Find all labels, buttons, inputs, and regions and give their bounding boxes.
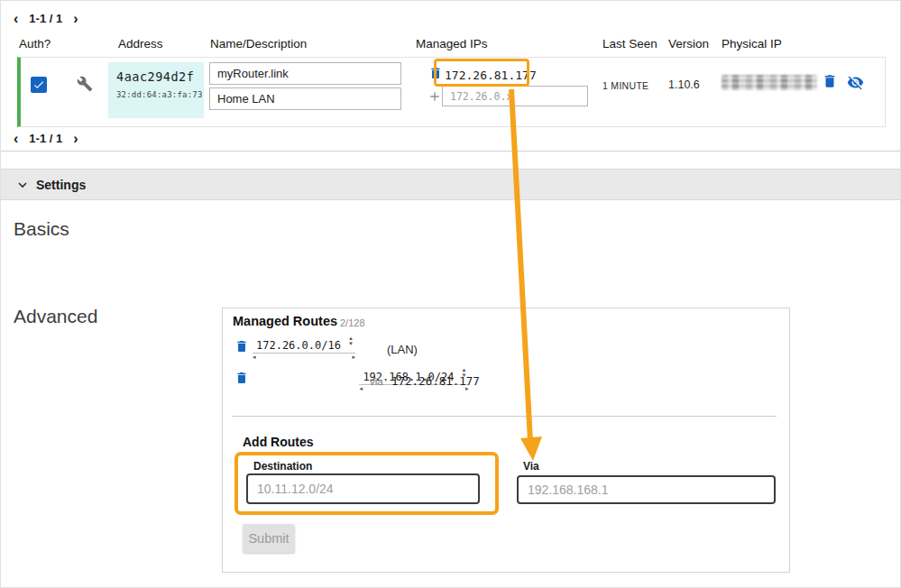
managed-ip-value: 172.26.81.177 xyxy=(445,69,537,82)
delete-route-icon[interactable] xyxy=(234,371,249,385)
pagination-top: ‹ 1-1 / 1 › xyxy=(14,12,78,25)
page-next-button-bottom[interactable]: › xyxy=(73,133,78,145)
route-via-word: via xyxy=(370,376,383,387)
physical-ip-redacted xyxy=(722,75,817,90)
header-physical-ip: Physical IP xyxy=(722,37,782,51)
route-lan-note: (LAN) xyxy=(387,343,418,356)
header-name: Name/Description xyxy=(210,37,307,51)
header-last-seen: Last Seen xyxy=(602,37,657,51)
chevron-down-icon xyxy=(15,178,30,192)
header-version: Version xyxy=(668,37,709,51)
page-next-button[interactable]: › xyxy=(73,13,78,25)
via-input[interactable] xyxy=(517,475,776,504)
basics-section-title: Basics xyxy=(14,218,69,240)
advanced-section-title: Advanced xyxy=(14,306,97,327)
header-managed-ips: Managed IPs xyxy=(416,37,488,51)
member-address: 4aac294d2f xyxy=(116,69,197,84)
managed-routes-count: 2/128 xyxy=(340,317,365,328)
settings-header-label: Settings xyxy=(36,178,86,192)
member-name-input[interactable] xyxy=(209,62,401,85)
version-value: 1.10.6 xyxy=(668,78,700,91)
stepper-updown-icon[interactable]: ▲▼ xyxy=(348,335,354,346)
new-ip-input[interactable] xyxy=(442,86,588,106)
settings-expansion-header[interactable]: Settings xyxy=(1,169,900,200)
member-hwaddr: 32:dd:64:a3:fa:73 xyxy=(116,90,197,99)
delete-member-icon[interactable] xyxy=(822,73,838,89)
member-address-cell: 4aac294d2f 32:dd:64:a3:fa:73 xyxy=(108,62,204,118)
zerotier-network-page: { "colors": { "annotation_orange": "#F5A… xyxy=(0,0,901,588)
delete-route-icon[interactable] xyxy=(234,339,249,354)
header-address: Address xyxy=(118,37,163,51)
destination-input[interactable] xyxy=(246,473,480,504)
route-target-value: 172.26.0.0/16 xyxy=(256,339,341,352)
route-via-value: 172.26.81.177 xyxy=(391,374,480,388)
checkbox-check-icon xyxy=(32,78,45,91)
auth-checkbox[interactable] xyxy=(31,77,47,93)
eye-off-icon[interactable] xyxy=(847,74,864,91)
delete-managed-ip-icon[interactable] xyxy=(428,66,443,80)
last-seen-value: 1 MINUTE xyxy=(602,80,648,91)
stepper-leftright-icon[interactable]: ◂▸ xyxy=(253,353,355,359)
managed-routes-title: Managed Routes xyxy=(233,314,337,328)
divider xyxy=(232,416,777,417)
page-range-label: 1-1 / 1 xyxy=(29,12,62,25)
submit-button[interactable]: Submit xyxy=(243,524,295,553)
via-label: Via xyxy=(523,460,539,473)
wrench-icon[interactable] xyxy=(77,76,93,92)
header-auth: Auth? xyxy=(19,37,51,51)
add-ip-plus-icon[interactable] xyxy=(428,89,442,104)
managed-routes-panel: Managed Routes 2/128 172.26.0.0/16 ▲▼ ◂▸… xyxy=(222,308,790,573)
members-section: ‹ 1-1 / 1 › Auth? Address Name/Descripti… xyxy=(1,1,900,152)
member-row: 4aac294d2f 32:dd:64:a3:fa:73 172.26.81.1… xyxy=(17,57,886,127)
page-prev-button[interactable]: ‹ xyxy=(14,13,18,25)
page-prev-button-bottom[interactable]: ‹ xyxy=(14,133,18,145)
page-range-label-bottom: 1-1 / 1 xyxy=(29,132,62,145)
route-target-stepper[interactable]: 172.26.0.0/16 ▲▼ ◂▸ xyxy=(253,335,355,361)
destination-label: Destination xyxy=(253,460,312,473)
member-description-input[interactable] xyxy=(209,87,401,110)
add-routes-title: Add Routes xyxy=(243,435,314,449)
pagination-bottom: ‹ 1-1 / 1 › xyxy=(14,132,78,145)
